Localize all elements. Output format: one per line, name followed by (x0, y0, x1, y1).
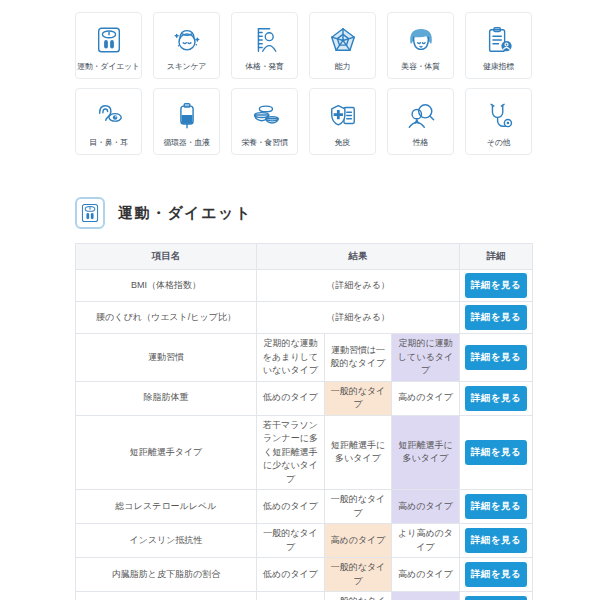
stethoscope-icon (484, 101, 514, 135)
food-icon (250, 101, 280, 135)
scale-icon (75, 197, 105, 229)
radar-icon (328, 25, 358, 59)
detail-cell: 詳細を見る (460, 334, 533, 382)
result-merged: （詳細をみる） (257, 270, 460, 302)
result-cell: 低めのタイプ (257, 592, 325, 600)
result-merged: （詳細をみる） (257, 302, 460, 334)
category-card-7[interactable]: 目・鼻・耳 (75, 88, 142, 155)
table-row: 除脂肪体重低めのタイプ一般的なタイプ高めのタイプ詳細を見る (76, 381, 533, 415)
category-card-5[interactable]: 美容・体質 (387, 12, 454, 79)
category-label: 体格・発育 (245, 63, 284, 71)
column-header-detail: 詳細 (460, 244, 533, 270)
category-label: 目・鼻・耳 (89, 139, 128, 147)
result-cell: 低めのタイプ (257, 558, 325, 592)
detail-button[interactable]: 詳細を見る (465, 305, 527, 330)
result-cell: 一般的なタイプ (325, 381, 392, 415)
detail-cell: 詳細を見る (460, 592, 533, 600)
detail-cell: 詳細を見る (460, 524, 533, 558)
detail-cell: 詳細を見る (460, 302, 533, 334)
result-cell: 運動習慣は一般的なタイプ (325, 334, 392, 382)
result-cell: 一般的なタイプ (325, 592, 392, 600)
category-label: 美容・体質 (401, 63, 440, 71)
result-cell: 若干マラソンランナーに多く短距離選手に少ないタイプ (257, 415, 325, 490)
table-row: 短距離選手タイプ若干マラソンランナーに多く短距離選手に少ないタイプ短距離選手に多… (76, 415, 533, 490)
category-label: 免疫 (335, 139, 350, 147)
results-table: 項目名 結果 詳細 BMI（体格指数）（詳細をみる）詳細を見る腰のくびれ（ウエス… (75, 243, 533, 600)
scale-icon (94, 25, 124, 59)
table-row: 総コレステロールレベル低めのタイプ一般的なタイプ高めのタイプ詳細を見る (76, 490, 533, 524)
category-card-3[interactable]: 体格・発育 (231, 12, 298, 79)
table-row: BMI（体格指数）（詳細をみる）詳細を見る (76, 270, 533, 302)
page: 運動・ダイエットスキンケア体格・発育能力美容・体質健康指標目・鼻・耳循環器・血液… (75, 12, 532, 600)
result-cell: 高めのタイプ (392, 558, 460, 592)
result-cell: 一般的なタイプ (325, 490, 392, 524)
item-name: 内臓脂肪と皮下脂肪の割合 (76, 558, 257, 592)
result-cell: 高めのタイプ (325, 524, 392, 558)
category-label: その他 (487, 139, 510, 147)
personality-icon (406, 101, 436, 135)
table-row: 内臓脂肪と皮下脂肪の割合低めのタイプ一般的なタイプ高めのタイプ詳細を見る (76, 558, 533, 592)
health-index-icon (484, 25, 514, 59)
result-cell: 一般的なタイプ (257, 524, 325, 558)
table-row: インスリン抵抗性一般的なタイプ高めのタイプより高めのタイプ詳細を見る (76, 524, 533, 558)
result-cell: 定期的な運動をあまりしていないタイプ (257, 334, 325, 382)
result-cell: 短距離選手に多いタイプ (392, 415, 460, 490)
result-cell: 低めのタイプ (257, 381, 325, 415)
ear-eye-icon (94, 101, 124, 135)
skincare-icon (172, 25, 202, 59)
category-card-2[interactable]: スキンケア (153, 12, 220, 79)
detail-cell: 詳細を見る (460, 415, 533, 490)
category-card-6[interactable]: 健康指標 (465, 12, 532, 79)
category-label: 能力 (335, 63, 350, 71)
item-name: 短距離選手タイプ (76, 415, 257, 490)
detail-cell: 詳細を見る (460, 270, 533, 302)
result-cell: より高めのタイプ (392, 524, 460, 558)
category-card-10[interactable]: 免疫 (309, 88, 376, 155)
blood-bag-icon (172, 101, 202, 135)
result-cell: 定期的に運動しているタイプ (392, 334, 460, 382)
item-name: 腰のくびれ（ウエスト/ヒップ比） (76, 302, 257, 334)
table-row: 腰のくびれ（ウエスト/ヒップ比）（詳細をみる）詳細を見る (76, 302, 533, 334)
column-header-item: 項目名 (76, 244, 257, 270)
growth-icon (250, 25, 280, 59)
category-label: 循環器・血液 (163, 139, 209, 147)
result-cell: 高めのタイプ (392, 592, 460, 600)
table-header-row: 項目名 結果 詳細 (76, 244, 533, 270)
detail-button[interactable]: 詳細を見る (465, 273, 527, 298)
category-card-4[interactable]: 能力 (309, 12, 376, 79)
item-name: 除脂肪体重 (76, 381, 257, 415)
detail-cell: 詳細を見る (460, 558, 533, 592)
detail-button[interactable]: 詳細を見る (465, 345, 527, 370)
item-name: 運動習慣 (76, 334, 257, 382)
table-row: 体脂肪率低めのタイプ一般的なタイプ高めのタイプ詳細を見る (76, 592, 533, 600)
category-label: 運動・ダイエット (77, 63, 140, 71)
section-header: 運動・ダイエット (75, 197, 532, 229)
result-cell: 低めのタイプ (257, 490, 325, 524)
category-grid: 運動・ダイエットスキンケア体格・発育能力美容・体質健康指標目・鼻・耳循環器・血液… (75, 12, 532, 155)
category-label: スキンケア (167, 63, 206, 71)
category-card-8[interactable]: 循環器・血液 (153, 88, 220, 155)
detail-button[interactable]: 詳細を見る (465, 528, 527, 553)
category-label: 栄養・食習慣 (241, 139, 287, 147)
detail-button[interactable]: 詳細を見る (465, 494, 527, 519)
immunity-icon (328, 101, 358, 135)
item-name: 体脂肪率 (76, 592, 257, 600)
table-row: 運動習慣定期的な運動をあまりしていないタイプ運動習慣は一般的なタイプ定期的に運動… (76, 334, 533, 382)
category-label: 性格 (413, 139, 428, 147)
result-cell: 短距離選手に多いタイプ (325, 415, 392, 490)
category-card-9[interactable]: 栄養・食習慣 (231, 88, 298, 155)
item-name: BMI（体格指数） (76, 270, 257, 302)
detail-button[interactable]: 詳細を見る (465, 562, 527, 587)
item-name: インスリン抵抗性 (76, 524, 257, 558)
category-label: 健康指標 (483, 63, 514, 71)
detail-button[interactable]: 詳細を見る (465, 440, 527, 465)
category-card-11[interactable]: 性格 (387, 88, 454, 155)
detail-button[interactable]: 詳細を見る (465, 386, 527, 411)
item-name: 総コレステロールレベル (76, 490, 257, 524)
detail-cell: 詳細を見る (460, 490, 533, 524)
category-card-12[interactable]: その他 (465, 88, 532, 155)
detail-button[interactable]: 詳細を見る (465, 596, 527, 600)
section-title: 運動・ダイエット (118, 204, 252, 223)
result-cell: 一般的なタイプ (325, 558, 392, 592)
category-card-1[interactable]: 運動・ダイエット (75, 12, 142, 79)
